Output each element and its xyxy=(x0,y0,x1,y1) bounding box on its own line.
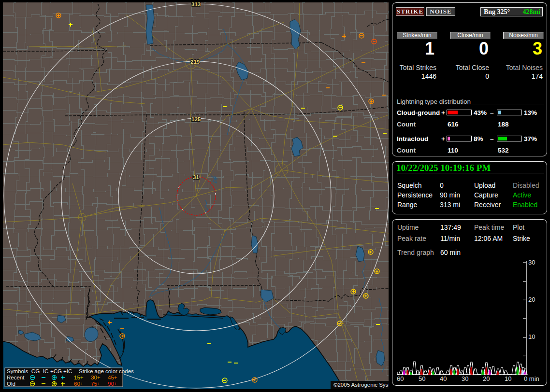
svg-text:50: 50 xyxy=(419,375,425,382)
svg-text:20: 20 xyxy=(528,296,535,303)
svg-text:30: 30 xyxy=(528,259,535,266)
svg-text:40: 40 xyxy=(440,375,447,382)
svg-text:30: 30 xyxy=(462,375,468,382)
svg-text:20: 20 xyxy=(483,375,490,382)
svg-text:10: 10 xyxy=(505,375,511,382)
svg-text:10: 10 xyxy=(528,333,535,340)
svg-text:0 min: 0 min xyxy=(524,375,539,382)
svg-text:60: 60 xyxy=(397,375,404,382)
